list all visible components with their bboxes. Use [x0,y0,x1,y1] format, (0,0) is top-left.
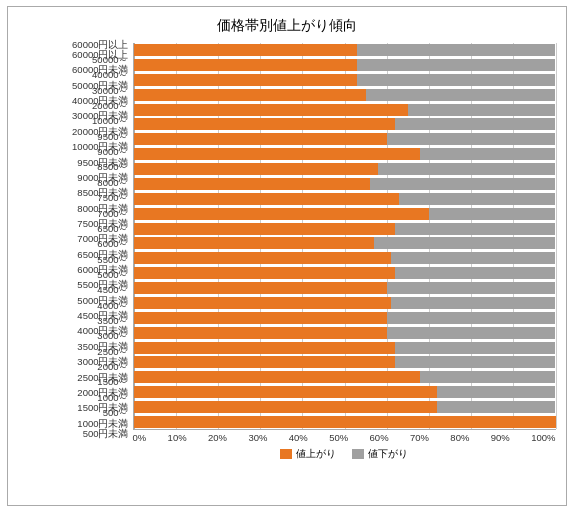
x-axis-label: 40% [289,432,308,443]
bar-orange [134,342,396,354]
x-axis-label: 20% [208,432,227,443]
bars-area: 0%10%20%30%40%50%60%70%80%90%100% 値上がり 値… [133,43,556,461]
bar-orange [134,178,370,190]
bar-orange [134,208,429,220]
y-labels: 60000円以上60000円以上50000～60000円未満40000～5000… [18,43,133,461]
bar-row [134,400,556,414]
bar-gray [387,282,556,294]
bar-orange [134,371,421,383]
bar-row [134,192,556,206]
bar-orange [134,59,358,71]
bar-orange [134,312,387,324]
bar-row [134,296,556,310]
bar-gray [429,208,556,220]
bar-orange [134,416,556,428]
legend-item-up: 値上がり [280,447,336,461]
legend: 値上がり 値下がり [133,447,556,461]
bar-gray [378,163,555,175]
bar-orange [134,89,366,101]
bar-orange [134,44,358,56]
bar-gray [437,386,555,398]
bar-orange [134,327,387,339]
bar-gray [387,312,556,324]
bar-orange [134,401,438,413]
bar-orange [134,163,379,175]
bar-row [134,103,556,117]
bar-orange [134,133,387,145]
bar-gray [395,356,555,368]
bar-gray [399,193,555,205]
bar-gray [391,252,556,264]
bar-orange [134,237,375,249]
legend-down-label: 値下がり [368,447,408,461]
bar-row [134,236,556,250]
bar-row [134,326,556,340]
x-axis-label: 0% [133,432,147,443]
bar-orange [134,252,391,264]
bar-orange [134,148,421,160]
bar-gray [370,178,556,190]
bar-orange [134,104,408,116]
bar-gray [391,297,556,309]
bar-row [134,222,556,236]
bar-gray [395,118,555,130]
bar-row [134,132,556,146]
bar-row [134,207,556,221]
x-axis-label: 10% [168,432,187,443]
y-label: 500～1000円未満 [18,412,133,426]
bar-row [134,58,556,72]
bar-gray [420,371,555,383]
y-label: 500円未満 [18,427,133,441]
bar-gray [420,148,555,160]
chart-area: 60000円以上60000円以上50000～60000円未満40000～5000… [18,43,556,461]
bar-row [134,370,556,384]
bar-orange [134,282,387,294]
bar-row [134,88,556,102]
legend-box-gray [352,449,364,459]
bar-row [134,73,556,87]
bar-row [134,43,556,57]
x-axis-label: 90% [491,432,510,443]
chart-title: 価格帯別値上がり傾向 [18,17,556,35]
x-axis-label: 80% [450,432,469,443]
x-axis-label: 50% [329,432,348,443]
bar-row [134,147,556,161]
legend-item-down: 値下がり [352,447,408,461]
bar-gray [408,104,556,116]
bar-row [134,177,556,191]
chart-container: 価格帯別値上がり傾向 60000円以上60000円以上50000～60000円未… [7,6,567,506]
bar-gray [366,89,556,101]
bar-gray [387,327,556,339]
bar-gray [395,342,555,354]
bar-orange [134,193,400,205]
x-axis-label: 60% [370,432,389,443]
bar-orange [134,297,391,309]
bar-row [134,415,556,429]
legend-up-label: 値上がり [296,447,336,461]
bar-gray [357,74,555,86]
bar-orange [134,267,396,279]
bar-gray [437,401,555,413]
bar-row [134,311,556,325]
bar-row [134,266,556,280]
bars-inner [133,43,556,430]
bar-orange [134,74,358,86]
bar-row [134,281,556,295]
x-axis-label: 70% [410,432,429,443]
bar-orange [134,223,396,235]
grid-line [556,43,557,429]
bar-row [134,162,556,176]
x-axis-label: 30% [248,432,267,443]
bar-orange [134,386,438,398]
bar-orange [134,118,396,130]
bar-gray [374,237,555,249]
bar-gray [357,59,555,71]
bar-gray [387,133,556,145]
bar-orange [134,356,396,368]
bar-row [134,117,556,131]
bar-row [134,355,556,369]
bar-gray [395,223,555,235]
bar-row [134,341,556,355]
legend-box-orange [280,449,292,459]
bar-row [134,251,556,265]
